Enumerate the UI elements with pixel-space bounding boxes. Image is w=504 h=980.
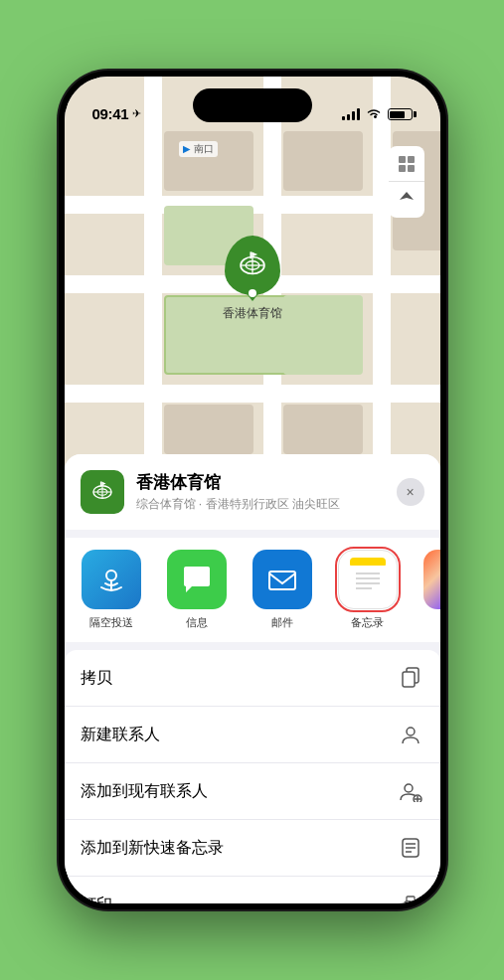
action-copy[interactable]: 拷贝 [65, 650, 440, 707]
airdrop-icon [82, 550, 141, 609]
map-block [283, 405, 363, 454]
map-controls [389, 146, 424, 218]
map-block [283, 131, 363, 191]
location-button[interactable] [389, 182, 424, 218]
svg-point-32 [405, 784, 413, 792]
share-item-airdrop[interactable]: 隔空投送 [77, 550, 146, 630]
copy-label: 拷贝 [81, 668, 112, 689]
more-icon [423, 550, 440, 609]
map-block [283, 295, 363, 375]
phone-screen: 09:41 ✈ [65, 77, 440, 903]
copy-icon [397, 664, 424, 692]
share-item-messages[interactable]: 信息 [162, 550, 232, 630]
share-row: 隔空投送 信息 [65, 538, 440, 642]
map-block [164, 131, 253, 191]
svg-point-31 [407, 728, 415, 735]
share-item-more[interactable]: 提 [419, 550, 440, 630]
add-existing-label: 添加到现有联系人 [81, 781, 208, 802]
action-add-note[interactable]: 添加到新快速备忘录 [65, 820, 440, 877]
status-time: 09:41 [92, 105, 129, 122]
signal-bar-3 [352, 111, 355, 120]
share-item-notes[interactable]: 备忘录 [333, 550, 403, 630]
signal-bar-1 [342, 116, 345, 120]
signal-bars [342, 108, 360, 120]
svg-rect-4 [250, 251, 252, 258]
stadium-svg [236, 248, 269, 282]
svg-rect-21 [350, 591, 386, 597]
action-new-contact[interactable]: 新建联系人 [65, 707, 440, 763]
map-block [164, 405, 253, 454]
location-desc: 综合体育馆 · 香港特别行政区 油尖旺区 [136, 496, 385, 513]
svg-rect-14 [99, 482, 100, 487]
action-add-existing[interactable]: 添加到现有联系人 [65, 763, 440, 820]
svg-rect-8 [399, 165, 406, 172]
svg-rect-18 [269, 572, 295, 589]
messages-label: 信息 [186, 615, 208, 630]
pin-icon-bg [225, 236, 280, 295]
location-stadium-icon [88, 478, 116, 506]
action-list: 拷贝 新建联系人 [65, 650, 440, 903]
battery-fill [390, 111, 405, 118]
location-icon: ✈ [132, 107, 141, 120]
airdrop-label: 隔空投送 [89, 615, 133, 630]
print-icon [397, 891, 424, 903]
label-icon: ▶ [183, 144, 190, 154]
wifi-icon [366, 106, 382, 122]
map-label-south: ▶ 南口 [179, 141, 219, 157]
bottom-sheet: 香港体育馆 综合体育馆 · 香港特别行政区 油尖旺区 × [65, 454, 440, 903]
battery-icon [388, 108, 413, 120]
svg-rect-6 [399, 156, 406, 163]
pin-label: 香港体育馆 [223, 305, 282, 322]
messages-icon [167, 550, 227, 609]
svg-rect-30 [403, 672, 415, 687]
signal-bar-2 [347, 114, 350, 120]
location-icon-bg [81, 470, 124, 514]
svg-rect-9 [408, 165, 415, 172]
new-contact-label: 新建联系人 [81, 725, 160, 745]
svg-marker-5 [252, 251, 257, 256]
svg-rect-7 [408, 156, 415, 163]
signal-bar-4 [357, 108, 360, 120]
close-button[interactable]: × [397, 478, 424, 506]
note-icon [397, 834, 424, 862]
person-icon [397, 721, 424, 748]
mail-icon [252, 550, 312, 609]
person-add-icon [397, 777, 424, 805]
action-print[interactable]: 打印 [65, 877, 440, 903]
stadium-pin: 香港体育馆 [223, 236, 282, 322]
dynamic-island [193, 88, 312, 122]
location-info: 香港体育馆 综合体育馆 · 香港特别行政区 油尖旺区 [136, 471, 385, 513]
mail-label: 邮件 [271, 615, 293, 630]
share-item-mail[interactable]: 邮件 [248, 550, 317, 630]
svg-point-16 [106, 571, 116, 580]
notes-icon [338, 550, 398, 609]
location-name: 香港体育馆 [136, 471, 385, 494]
location-card: 香港体育馆 综合体育馆 · 香港特别行政区 油尖旺区 × [65, 454, 440, 530]
add-note-label: 添加到新快速备忘录 [81, 838, 224, 859]
print-label: 打印 [81, 895, 112, 904]
map-type-button[interactable] [389, 146, 424, 182]
status-icons [342, 106, 413, 122]
notes-label: 备忘录 [351, 615, 384, 630]
pin-dot [249, 289, 256, 297]
south-label-text: 南口 [194, 143, 214, 154]
phone-frame: 09:41 ✈ [59, 71, 446, 909]
